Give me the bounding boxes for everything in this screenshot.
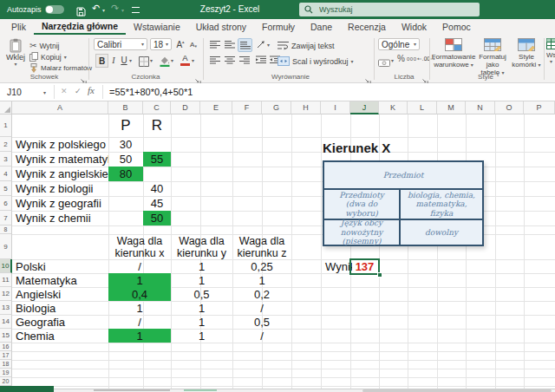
tab-recenzja[interactable]: Recenzja (340, 19, 394, 35)
row-header-10[interactable]: 10 (0, 259, 12, 273)
row-header-14[interactable]: 14 (0, 315, 12, 329)
align-left-icon[interactable] (208, 54, 221, 66)
row-header-8[interactable]: 8 (0, 225, 12, 234)
italic-button[interactable]: I (108, 54, 119, 66)
column-header-N[interactable]: N (466, 101, 495, 114)
cell-A10[interactable]: Polski (14, 259, 108, 273)
tab-uklad-strony[interactable]: Układ strony (188, 19, 254, 35)
cell-B9-waga-x-header[interactable]: Waga dla kierunku x (108, 234, 171, 259)
name-box-caret-icon[interactable]: ▾ (43, 90, 46, 95)
percent-style-icon[interactable]: % (397, 54, 405, 63)
cell-F12[interactable]: 0,2 (232, 287, 291, 301)
confirm-entry-icon[interactable]: ✓ (75, 87, 82, 95)
formula-input[interactable]: =55*1+80*0,4+50*1 (109, 83, 193, 101)
column-header-J[interactable]: J (350, 101, 379, 114)
cell-D15[interactable]: 1 (171, 329, 232, 343)
orientation-caret-icon[interactable]: ▾ (267, 42, 270, 48)
cell-B10[interactable]: / (108, 259, 171, 273)
row-header-11[interactable]: 11 (0, 273, 12, 287)
paste-button[interactable]: Wklej ▾ (3, 38, 28, 73)
tab-wstawianie[interactable]: Wstawianie (126, 19, 188, 35)
cell-A6[interactable]: Wynik z geografii (14, 196, 108, 211)
cell-F15[interactable]: / (232, 329, 291, 343)
cell-F10[interactable]: 0,25 (232, 259, 291, 273)
cell-A7[interactable]: Wynik z chemii (14, 211, 108, 225)
tab-dane[interactable]: Dane (303, 19, 340, 35)
column-header-D[interactable]: D (171, 101, 200, 114)
cell-F11[interactable]: 1 (232, 273, 291, 287)
customize-toolbar-icon[interactable] (132, 7, 140, 13)
cell-F14[interactable]: 0,5 (232, 315, 291, 329)
sheet-tab-active[interactable] (184, 389, 217, 391)
cell-D12[interactable]: 0,5 (171, 287, 232, 301)
cell-A15[interactable]: Chemia (14, 329, 108, 343)
align-right-icon[interactable] (238, 54, 251, 66)
insert-cells-button[interactable]: Wstaw ▾ (546, 38, 555, 64)
cell-A3[interactable]: Wynik z matematyki (14, 152, 108, 167)
selection-fill-handle[interactable] (377, 272, 382, 278)
cell-F13[interactable]: / (232, 301, 291, 315)
row-header-1[interactable]: 1 (0, 114, 12, 137)
selected-cell-J10[interactable]: 137 (349, 258, 380, 275)
cell-A5[interactable]: Wynik z biologii (14, 181, 108, 196)
cell-B4[interactable]: 80 (108, 167, 143, 181)
cell-C5[interactable]: 40 (143, 181, 171, 196)
undo-icon[interactable]: ↶ (92, 3, 100, 14)
redo-caret-icon[interactable]: ▾ (121, 8, 124, 13)
cell-B15[interactable]: 1 (108, 329, 171, 343)
cell-D11[interactable]: 1 (171, 273, 232, 287)
row-header-18[interactable]: 18 (0, 360, 12, 369)
column-header-M[interactable]: M (437, 101, 466, 114)
bold-button[interactable]: B (95, 54, 108, 68)
column-header-H[interactable]: H (291, 101, 321, 114)
text-orientation-icon[interactable] (255, 38, 267, 50)
underline-button[interactable]: U (119, 54, 129, 66)
row-header-6[interactable]: 6 (0, 196, 12, 211)
cell-C1[interactable]: R (143, 114, 171, 137)
decrease-indent-icon[interactable] (255, 54, 267, 66)
cell-A14[interactable]: Geografia (14, 315, 108, 329)
align-bottom-icon[interactable] (238, 38, 252, 52)
increase-font-size-button[interactable]: A▴ (174, 38, 186, 50)
tab-narzedzia-glowne[interactable]: Narzędzia główne (34, 19, 126, 35)
column-header-L[interactable]: L (408, 101, 437, 114)
tab-formuly[interactable]: Formuły (254, 19, 303, 35)
row-header-17[interactable]: 17 (0, 351, 12, 360)
sheet-tab[interactable] (94, 389, 170, 391)
borders-caret-icon[interactable]: ▾ (150, 58, 153, 63)
cell-A13[interactable]: Biologia (14, 301, 108, 315)
cancel-entry-icon[interactable]: ✕ (61, 87, 68, 95)
cell-F9-waga-z-header[interactable]: Waga dla kierunku z (232, 234, 291, 259)
format-as-table-button[interactable]: Formatuj jako tabelę ▾ (475, 38, 510, 76)
row-header-20[interactable]: 20 (0, 377, 12, 386)
column-header-G[interactable]: G (262, 101, 291, 114)
column-header-A[interactable]: A (12, 101, 108, 114)
cell-B3[interactable]: 50 (108, 152, 143, 167)
column-header-E[interactable]: E (200, 101, 232, 114)
cell-styles-button[interactable]: Style komórki ▾ (511, 38, 542, 69)
row-header-2[interactable]: 2 (0, 137, 12, 152)
cell-D14[interactable]: 1 (171, 315, 232, 329)
currency-format-icon[interactable] (378, 56, 390, 71)
column-header-P[interactable]: P (524, 101, 555, 114)
align-center-icon[interactable] (223, 54, 236, 66)
format-painter-button[interactable]: Malarz formatów (29, 63, 92, 73)
cell-A2[interactable]: Wynik z polskiego (14, 137, 108, 152)
cell-D13[interactable]: 1 (171, 301, 232, 315)
conditional-formatting-button[interactable]: Formatowanie warunkowe ▾ (433, 38, 474, 69)
tab-widok[interactable]: Widok (394, 19, 434, 35)
row-header-12[interactable]: 12 (0, 287, 12, 301)
row-header-7[interactable]: 7 (0, 211, 12, 225)
cell-D10[interactable]: 1 (171, 259, 232, 273)
column-header-F[interactable]: F (232, 101, 262, 114)
number-format-select[interactable]: Ogólne ▾ (378, 38, 420, 50)
column-header-C[interactable]: C (143, 101, 171, 114)
autosave-toggle[interactable] (45, 5, 64, 14)
cell-C7[interactable]: 50 (143, 211, 171, 225)
column-header-B[interactable]: B (108, 101, 143, 114)
column-header-I[interactable]: I (321, 101, 350, 114)
decrease-font-size-button[interactable]: A▾ (187, 38, 199, 50)
merge-center-button[interactable]: Scal i wyśrodkuj ▾ (278, 56, 354, 66)
row-header-4[interactable]: 4 (0, 167, 12, 181)
cut-button[interactable]: ✂ Wytnij (29, 41, 59, 50)
